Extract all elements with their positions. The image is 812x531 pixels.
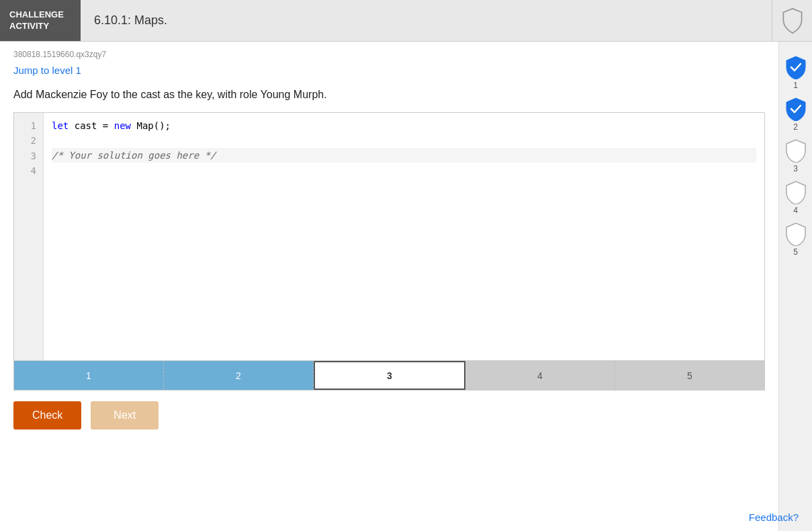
level-3-badge[interactable] bbox=[785, 138, 807, 163]
sidebar-level-1[interactable]: 1 bbox=[785, 55, 807, 90]
step-1[interactable]: 1 bbox=[14, 361, 164, 390]
jump-to-level-link[interactable]: Jump to level 1 bbox=[13, 65, 81, 76]
step-4[interactable]: 4 bbox=[465, 361, 615, 390]
level-4-num: 4 bbox=[793, 206, 798, 215]
step-3[interactable]: 3 bbox=[314, 361, 465, 390]
instruction-text: Add Mackenzie Foy to the cast as the key… bbox=[13, 87, 765, 103]
step-5[interactable]: 5 bbox=[615, 361, 764, 390]
level-1-num: 1 bbox=[793, 81, 798, 90]
feedback-link[interactable]: Feedback? bbox=[749, 512, 799, 523]
level-5-badge[interactable] bbox=[785, 222, 807, 246]
sidebar-level-4[interactable]: 4 bbox=[785, 180, 807, 215]
code-content[interactable]: let cast = new Map(); /* Your solution g… bbox=[44, 113, 764, 360]
level-3-num: 3 bbox=[793, 164, 798, 173]
header: CHALLENGE ACTIVITY 6.10.1: Maps. bbox=[0, 0, 812, 42]
right-sidebar: 1 2 3 bbox=[778, 42, 812, 531]
session-id: 380818.1519660.qx3zqy7 bbox=[13, 50, 765, 59]
code-editor: 1 2 3 4 let cast = new Map(); /* Your so… bbox=[13, 112, 765, 361]
next-button[interactable]: Next bbox=[91, 401, 159, 430]
sidebar-level-5[interactable]: 5 bbox=[785, 222, 807, 257]
level-2-badge[interactable] bbox=[785, 97, 807, 121]
step-2[interactable]: 2 bbox=[164, 361, 314, 390]
main-content: 380818.1519660.qx3zqy7 Jump to level 1 A… bbox=[0, 42, 812, 531]
level-4-badge[interactable] bbox=[785, 180, 807, 204]
level-5-num: 5 bbox=[793, 247, 798, 257]
sidebar-level-3[interactable]: 3 bbox=[785, 138, 807, 173]
level-1-badge[interactable] bbox=[785, 55, 807, 79]
sidebar-level-2[interactable]: 2 bbox=[785, 97, 807, 132]
step-bar: 1 2 3 4 5 bbox=[13, 361, 765, 391]
header-shield-icon bbox=[772, 0, 812, 41]
level-2-num: 2 bbox=[793, 122, 798, 132]
line-numbers: 1 2 3 4 bbox=[14, 113, 44, 360]
check-button[interactable]: Check bbox=[13, 401, 81, 430]
left-panel: 380818.1519660.qx3zqy7 Jump to level 1 A… bbox=[0, 42, 778, 531]
page-title: 6.10.1: Maps. bbox=[81, 0, 772, 41]
challenge-activity-label: CHALLENGE ACTIVITY bbox=[0, 0, 81, 41]
button-row: Check Next bbox=[13, 401, 765, 430]
